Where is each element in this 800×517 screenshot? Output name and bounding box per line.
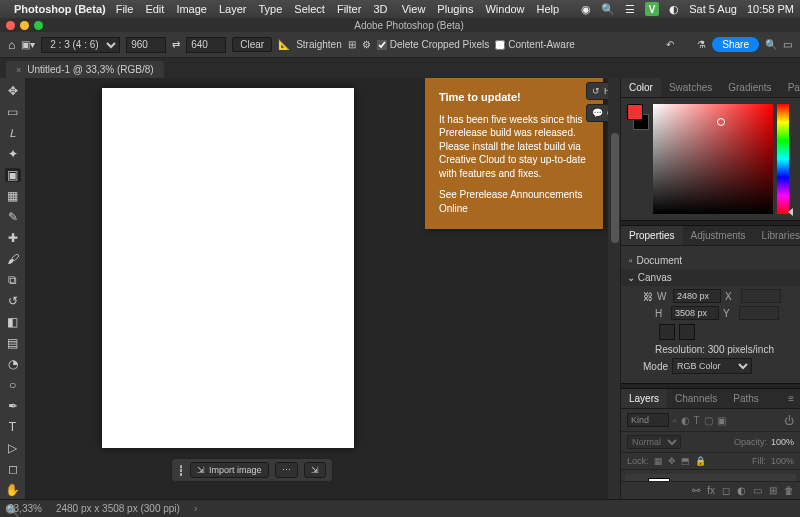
menu-window[interactable]: Window [485, 3, 524, 15]
pen-tool[interactable]: ✒ [5, 399, 21, 413]
eraser-tool[interactable]: ◧ [5, 315, 21, 329]
filter-shape-icon[interactable]: ▢ [704, 415, 713, 426]
lasso-tool[interactable]: 𝘓 [5, 126, 21, 140]
crop-ratio-select[interactable]: 2 : 3 (4 : 6) [41, 37, 120, 53]
menu-file[interactable]: File [116, 3, 134, 15]
flask-icon[interactable]: ⚗ [697, 39, 706, 50]
group-layers-icon[interactable]: ▭ [753, 485, 762, 496]
magic-wand-tool[interactable]: ✦ [5, 147, 21, 161]
canvas-height-input[interactable] [671, 306, 719, 320]
crop-settings-icon[interactable]: ⚙ [362, 39, 371, 50]
menu-type[interactable]: Type [258, 3, 282, 15]
crop-width-input[interactable] [126, 37, 166, 53]
move-tool[interactable]: ✥ [5, 84, 21, 98]
filter-pixel-icon[interactable]: ▫ [673, 415, 677, 426]
menu-extra-icon[interactable]: ☰ [625, 3, 635, 16]
layer-row[interactable]: 👁 Background 🔒 [625, 474, 796, 481]
close-tab-icon[interactable]: × [16, 65, 21, 75]
lock-all-icon[interactable]: 🔒 [695, 456, 706, 466]
status-dot-icon[interactable]: ◉ [581, 3, 591, 16]
taskbar-more-button[interactable]: ⋯ [275, 462, 298, 478]
swap-dims-icon[interactable]: ⇄ [172, 39, 180, 50]
tab-libraries[interactable]: Libraries [754, 226, 800, 245]
opacity-value[interactable]: 100% [771, 437, 794, 447]
new-layer-icon[interactable]: ⊞ [769, 485, 777, 496]
crop-tool-icon[interactable]: ▣▾ [21, 39, 35, 50]
canvas-section-toggle[interactable]: ⌄ [627, 272, 638, 283]
eyedropper-tool[interactable]: ✎ [5, 210, 21, 224]
taskbar-collapse-button[interactable]: ⇲ [304, 462, 326, 478]
filter-adjust-icon[interactable]: ◐ [681, 415, 690, 426]
filter-type-icon[interactable]: T [694, 415, 700, 426]
delete-layer-icon[interactable]: 🗑 [784, 485, 794, 496]
taskbar-handle-icon[interactable]: ┇ [178, 465, 184, 476]
dodge-tool[interactable]: ○ [5, 378, 21, 392]
color-fgbg-swatch[interactable] [627, 104, 649, 132]
document-canvas[interactable] [102, 88, 354, 448]
orientation-landscape-icon[interactable] [679, 324, 695, 340]
menu-image[interactable]: Image [176, 3, 207, 15]
orientation-portrait-icon[interactable] [659, 324, 675, 340]
filter-smart-icon[interactable]: ▣ [717, 415, 726, 426]
menubar-date[interactable]: Sat 5 Aug [689, 3, 737, 15]
tab-channels[interactable]: Channels [667, 389, 725, 408]
marquee-tool[interactable]: ▭ [5, 105, 21, 119]
clone-stamp-tool[interactable]: ⧉ [5, 273, 21, 287]
clear-button[interactable]: Clear [232, 37, 272, 52]
user-badge[interactable]: V [645, 2, 659, 16]
tab-gradients[interactable]: Gradients [720, 78, 779, 97]
crop-height-input[interactable] [186, 37, 226, 53]
adjustment-layer-icon[interactable]: ◐ [737, 485, 746, 496]
path-selection-tool[interactable]: ▷ [5, 441, 21, 455]
tab-patterns[interactable]: Patterns [780, 78, 800, 97]
content-aware-checkbox[interactable]: Content-Aware [495, 39, 575, 50]
zoom-level[interactable]: 33,33% [8, 503, 42, 514]
workspace-icon[interactable]: ▭ [783, 39, 792, 50]
app-name[interactable]: Photoshop (Beta) [14, 3, 106, 15]
filter-toggle-icon[interactable]: ⏻ [784, 415, 794, 426]
layer-mask-icon[interactable]: ◻ [722, 485, 730, 496]
tab-layers[interactable]: Layers [621, 389, 667, 408]
canvas-scrollbar[interactable] [608, 78, 620, 499]
menu-view[interactable]: View [402, 3, 426, 15]
lock-artboard-icon[interactable]: ⬒ [681, 456, 690, 466]
menu-help[interactable]: Help [537, 3, 560, 15]
document-dimensions[interactable]: 2480 px x 3508 px (300 ppi) [56, 503, 180, 514]
lock-position-icon[interactable]: ✥ [668, 456, 676, 466]
tab-swatches[interactable]: Swatches [661, 78, 720, 97]
type-tool[interactable]: T [5, 420, 21, 434]
healing-brush-tool[interactable]: ✚ [5, 231, 21, 245]
menu-select[interactable]: Select [294, 3, 325, 15]
tab-properties[interactable]: Properties [621, 226, 683, 245]
link-dims-icon[interactable]: ⛓ [643, 291, 653, 302]
reset-crop-icon[interactable]: ↶ [666, 39, 674, 50]
gradient-tool[interactable]: ▤ [5, 336, 21, 350]
overlay-grid-icon[interactable]: ⊞ [348, 39, 356, 50]
import-image-button[interactable]: ⇲Import image [190, 462, 269, 478]
notification-link[interactable]: See Prerelease Announcements Online [439, 188, 589, 215]
menubar-time[interactable]: 10:58 PM [747, 3, 794, 15]
home-button[interactable]: ⌂ [8, 38, 15, 52]
menu-edit[interactable]: Edit [145, 3, 164, 15]
fill-value[interactable]: 100% [771, 456, 794, 466]
hand-tool[interactable]: ✋ [5, 483, 21, 497]
color-field[interactable] [653, 104, 773, 214]
siri-icon[interactable]: ◐ [669, 3, 679, 16]
status-menu-icon[interactable]: › [194, 503, 197, 514]
scrollbar-thumb[interactable] [611, 133, 619, 243]
search-app-icon[interactable]: 🔍 [765, 39, 777, 50]
tab-adjustments[interactable]: Adjustments [683, 226, 754, 245]
hue-slider[interactable] [777, 104, 789, 214]
color-picker-handle[interactable] [717, 118, 725, 126]
tab-paths[interactable]: Paths [725, 389, 767, 408]
menu-3d[interactable]: 3D [373, 3, 387, 15]
close-window-button[interactable] [6, 21, 15, 30]
straighten-icon[interactable]: 📐 [278, 39, 290, 50]
menu-layer[interactable]: Layer [219, 3, 247, 15]
color-mode-select[interactable]: RGB Color [672, 358, 752, 374]
brush-tool[interactable]: 🖌 [5, 252, 21, 266]
search-icon[interactable]: 🔍 [601, 3, 615, 16]
link-layers-icon[interactable]: ⚯ [692, 485, 700, 496]
crop-tool[interactable]: ▣ [5, 168, 21, 182]
tab-color[interactable]: Color [621, 78, 661, 97]
